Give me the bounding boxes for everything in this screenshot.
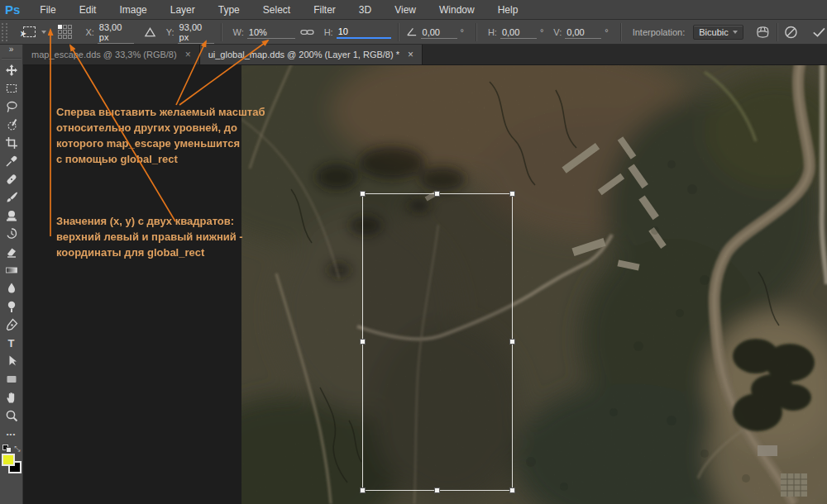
photoshop-window: Ps File Edit Image Layer Type Select Fil…: [0, 0, 827, 504]
hand-tool-button[interactable]: [2, 388, 22, 407]
blur-tool-button[interactable]: [2, 279, 22, 297]
tab-map-escape[interactable]: map_escape.dds @ 33,3% (RGB/8) ×: [23, 45, 200, 64]
width-field[interactable]: 10%: [247, 26, 295, 39]
rotate-field[interactable]: 0,00: [421, 26, 457, 39]
warp-mode-toggle-icon[interactable]: [755, 25, 771, 40]
collapse-panel-icon[interactable]: »: [0, 45, 22, 56]
reference-point-locator[interactable]: [58, 25, 72, 39]
reference-point-top-left[interactable]: [58, 25, 62, 29]
menu-bar: Ps File Edit Image Layer Type Select Fil…: [0, 0, 827, 20]
move-tool-button[interactable]: [2, 61, 22, 79]
menu-image[interactable]: Image: [108, 0, 158, 20]
rotate-unit: °: [461, 27, 464, 37]
interpolation-label: Interpolation:: [633, 27, 686, 37]
photoshop-logo: Ps: [0, 2, 28, 17]
width-label: W:: [233, 27, 244, 37]
menu-edit[interactable]: Edit: [68, 0, 108, 20]
quick-selection-tool-button[interactable]: [2, 116, 22, 134]
skew-v-unit: °: [605, 27, 608, 37]
transform-handle-bottom-right[interactable]: [509, 487, 515, 493]
satellite-map-image[interactable]: [241, 65, 827, 504]
tab-label: map_escape.dds @ 33,3% (RGB/8): [31, 50, 177, 59]
menu-view[interactable]: View: [383, 0, 428, 20]
x-label: X:: [85, 27, 93, 37]
history-brush-tool-button[interactable]: [2, 225, 22, 243]
crop-tool-button[interactable]: [2, 134, 22, 152]
maintain-aspect-ratio-link-icon[interactable]: [300, 27, 314, 37]
height-field-focused[interactable]: 10: [337, 25, 391, 39]
skew-h-unit: °: [540, 27, 543, 37]
close-tab-icon[interactable]: ×: [185, 49, 191, 60]
skew-v-label: V:: [553, 27, 562, 37]
free-transform-tool-icon[interactable]: ➤: [21, 25, 38, 40]
annotation-scale-note: Сперва выставить желаемый масштаб относи…: [56, 104, 265, 167]
skew-h-label: H:: [488, 27, 497, 37]
y-position-field[interactable]: 93,00 px: [178, 21, 214, 44]
rectangular-marquee-tool-button[interactable]: [2, 79, 22, 97]
foreground-color-swatch[interactable]: [2, 454, 15, 466]
menu-filter[interactable]: Filter: [302, 0, 347, 20]
commit-transform-icon[interactable]: [811, 26, 827, 39]
eyedropper-tool-button[interactable]: [2, 152, 22, 170]
transform-options-bar: ➤ X: 83,00 px Y: 93,00 px W: 10% H: 10 0…: [0, 20, 827, 45]
options-bar-grip[interactable]: [2, 23, 7, 41]
path-selection-tool-button[interactable]: [2, 352, 22, 370]
menu-3d[interactable]: 3D: [347, 0, 383, 20]
skew-v-field[interactable]: 0,00: [565, 26, 601, 39]
tab-label: ui_global_map.dds @ 200% (Layer 1, RGB/8…: [208, 50, 399, 59]
edit-toolbar-button[interactable]: •••: [2, 425, 22, 443]
annotation-coordinates-note: Значения (x, y) с двух квадратов: верхни…: [56, 213, 243, 260]
transform-handle-middle-right[interactable]: [509, 339, 515, 345]
tools-panel: » T ••• ⤡: [0, 45, 23, 504]
dodge-tool-button[interactable]: [2, 297, 22, 316]
tool-preset-chevron-icon[interactable]: [41, 31, 46, 34]
menu-type[interactable]: Type: [207, 0, 251, 20]
close-tab-icon[interactable]: ×: [408, 49, 414, 60]
relative-positioning-delta-icon[interactable]: [144, 26, 156, 38]
cancel-transform-icon[interactable]: [784, 25, 798, 40]
pen-tool-button[interactable]: [2, 316, 22, 334]
y-label: Y:: [166, 27, 174, 37]
height-label: H:: [324, 27, 333, 37]
eraser-tool-button[interactable]: [2, 243, 22, 261]
zoom-tool-button[interactable]: [2, 407, 22, 425]
menu-help[interactable]: Help: [486, 0, 530, 20]
spot-healing-brush-tool-button[interactable]: [2, 170, 22, 188]
swap-colors-icon[interactable]: ⤡: [14, 445, 20, 454]
gradient-tool-button[interactable]: [2, 261, 22, 279]
tab-ui-global-map[interactable]: ui_global_map.dds @ 200% (Layer 1, RGB/8…: [200, 45, 423, 64]
transform-bounding-box[interactable]: [362, 193, 513, 491]
menu-layer[interactable]: Layer: [159, 0, 207, 20]
interpolation-chevron-icon: [733, 31, 738, 34]
transform-handle-bottom-center[interactable]: [434, 487, 440, 493]
transform-handle-top-left[interactable]: [360, 191, 366, 197]
document-tab-bar: map_escape.dds @ 33,3% (RGB/8) × ui_glob…: [23, 45, 827, 65]
color-swatch-widget: ⤡: [1, 445, 22, 474]
transform-handle-bottom-left[interactable]: [360, 487, 366, 493]
rotation-angle-icon: [405, 26, 418, 37]
skew-h-field[interactable]: 0,00: [500, 26, 537, 39]
rectangle-shape-tool-button[interactable]: [2, 370, 22, 388]
brush-tool-button[interactable]: [2, 188, 22, 207]
menu-file[interactable]: File: [28, 0, 67, 20]
transform-handle-top-center[interactable]: [434, 191, 440, 197]
transform-handle-top-right[interactable]: [509, 191, 515, 197]
lasso-tool-button[interactable]: [2, 97, 22, 116]
x-position-field[interactable]: 83,00 px: [98, 21, 134, 44]
menu-select[interactable]: Select: [251, 0, 302, 20]
type-tool-button[interactable]: T: [2, 334, 22, 352]
menu-window[interactable]: Window: [428, 0, 486, 20]
transform-handle-middle-left[interactable]: [360, 339, 366, 345]
clone-stamp-tool-button[interactable]: [2, 207, 22, 225]
interpolation-dropdown[interactable]: Bicubic: [693, 25, 743, 40]
interpolation-value: Bicubic: [699, 27, 728, 37]
